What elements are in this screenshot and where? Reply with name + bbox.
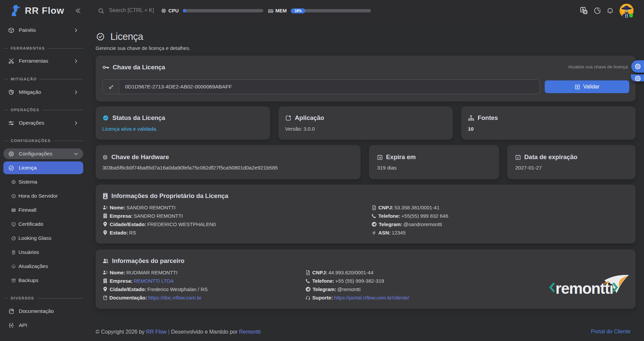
svg-text:remontti: remontti: [555, 280, 613, 297]
svg-text:19: 19: [379, 156, 381, 159]
